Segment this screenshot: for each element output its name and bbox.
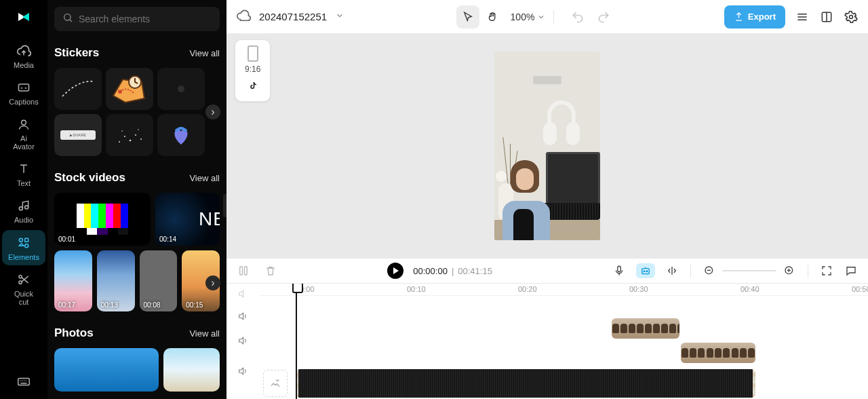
redo-button[interactable] [595,5,612,28]
track-main[interactable] [259,365,868,399]
track-overlay-1[interactable] [259,316,868,341]
video-thumb[interactable]: 00:13 [97,250,135,311]
sticker-item[interactable] [106,114,153,156]
nav-label: Text [17,179,31,187]
video-thumb[interactable]: 00:17 [54,250,92,311]
nav-quickcut[interactable]: Quick cut [2,267,45,310]
svg-rect-24 [245,267,248,275]
search-input[interactable] [79,14,212,24]
video-thumb[interactable]: 00:01 [54,193,151,246]
app-logo[interactable] [12,5,35,28]
text-icon [16,162,31,176]
play-button[interactable] [387,263,403,279]
cursor-tool[interactable] [456,5,479,28]
timecode: 00:00:00 | 00:41:15 [413,266,492,276]
undo-button[interactable] [569,5,587,28]
clip-main[interactable] [296,369,755,398]
nav-ai-avator[interactable]: Ai Avator [2,111,45,155]
track-overlay-top[interactable] [259,296,868,316]
stickers-view-all[interactable]: View all [189,48,220,58]
photos-view-all[interactable]: View all [189,328,220,339]
video-thumb[interactable]: NE 00:14 [155,193,220,246]
sticker-item[interactable] [157,68,205,110]
canvas-area[interactable]: 9:16 [226,34,868,258]
main-area: 202407152251 100% Export 9:16 [226,0,868,399]
ai-button[interactable] [636,263,655,278]
nav-media[interactable]: Media [2,38,45,73]
stockvideos-view-all[interactable]: View all [189,173,220,183]
share-label: ▶ SHARE [60,130,96,140]
track-mute[interactable] [226,304,259,328]
preview-stage[interactable] [494,52,600,240]
news-text: NE [199,208,220,230]
svg-point-14 [119,141,120,142]
timeline-zoom[interactable] [702,263,797,278]
topbar: 202407152251 100% Export [226,0,868,34]
split-button[interactable] [236,263,251,278]
svg-rect-6 [25,238,28,242]
zoom-in-icon[interactable] [782,263,797,278]
cloud-sync-icon[interactable] [236,8,251,26]
nav-label: Audio [14,216,33,224]
split-view-icon[interactable] [819,10,834,24]
ruler-tick: 00:20 [518,285,537,293]
nav-elements[interactable]: Elements [2,230,45,265]
svg-point-20 [138,129,139,130]
export-button[interactable]: Export [724,5,785,28]
nav-captions[interactable]: Captions [2,75,45,110]
panel-collapse[interactable] [223,194,226,217]
clip[interactable] [612,318,679,339]
scissors-icon [16,272,31,287]
avatar-icon [16,117,31,132]
sticker-item[interactable] [106,68,153,110]
sticker-item[interactable] [157,114,205,156]
svg-point-28 [646,271,648,272]
sticker-item[interactable] [54,68,102,110]
nav-label: Quick cut [14,290,33,306]
comment-button[interactable] [844,263,859,278]
delete-button[interactable] [263,263,278,278]
aspect-ratio-card[interactable]: 9:16 [235,39,271,102]
svg-point-18 [140,138,142,140]
nav-label: Ai Avator [13,134,35,151]
nav-text[interactable]: Text [2,156,45,191]
cloud-upload-icon [16,43,31,58]
track-mute[interactable] [226,284,259,304]
photo-thumb[interactable] [163,348,220,392]
svg-point-16 [130,140,132,142]
tiktok-icon [245,79,260,94]
search-box[interactable] [54,7,220,31]
svg-rect-25 [618,266,621,271]
stickers-scroll-next[interactable]: › [205,104,220,119]
zoom-out-icon[interactable] [702,263,717,278]
project-name[interactable]: 202407152251 [259,11,327,22]
timeline-body[interactable]: 00:0000:1000:2000:3000:4000:50 [259,284,868,399]
nav-audio[interactable]: Audio [2,193,45,228]
svg-point-27 [644,271,645,272]
elements-icon [16,235,31,250]
track-headers [226,284,259,399]
drop-slot[interactable] [263,370,288,397]
cut-at-playhead[interactable] [665,263,679,278]
search-icon [62,12,73,26]
timeline-ruler[interactable]: 00:0000:1000:2000:3000:4000:50 [259,284,868,296]
layers-icon[interactable] [795,10,810,24]
track-mute[interactable] [226,328,259,353]
sticker-item[interactable]: ▶ SHARE [54,114,102,156]
fit-button[interactable] [819,263,834,278]
track-overlay-2[interactable] [259,341,868,365]
settings-icon[interactable] [844,10,859,24]
nav-keyboard[interactable] [2,368,45,395]
mic-button[interactable] [612,263,627,278]
playhead[interactable] [296,284,297,399]
chevron-down-icon[interactable] [335,11,344,23]
photo-thumb[interactable] [54,348,159,392]
ratio-shape-icon [248,45,258,62]
track-mute[interactable] [226,353,259,390]
zoom-level[interactable]: 100% [511,12,546,22]
video-thumb[interactable]: 00:08 [140,250,178,311]
clip[interactable] [681,343,755,363]
hand-tool[interactable] [481,5,504,28]
svg-point-11 [64,14,71,20]
videos-scroll-next[interactable]: › [205,276,220,290]
